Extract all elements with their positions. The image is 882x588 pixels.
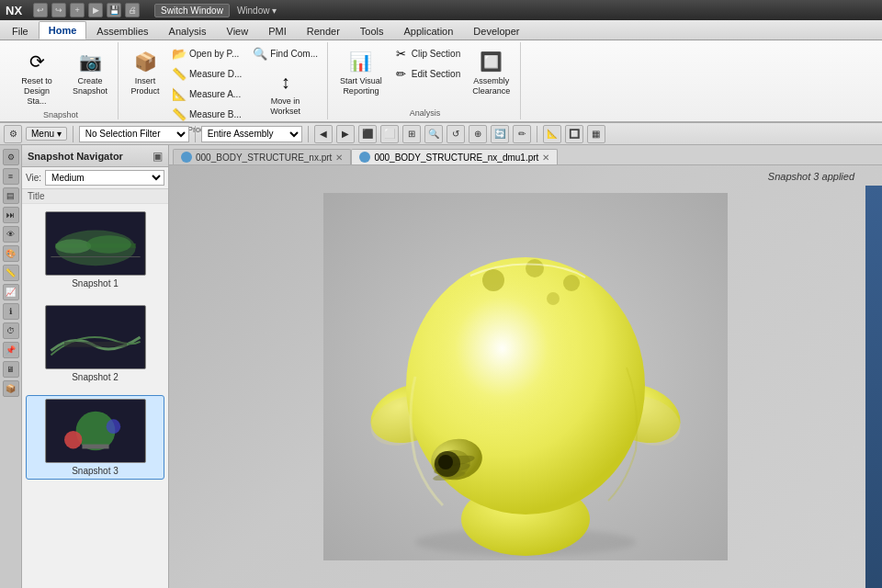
left-icon-graph[interactable]: 📈 [3,284,19,300]
clip-section-button[interactable]: ✂ Clip Section [390,44,464,62]
left-icon-measure[interactable]: 📏 [3,265,19,281]
snapshot-3-label: Snapshot 3 [29,466,161,476]
tab-tools[interactable]: Tools [350,22,394,40]
clip-icon: ✂ [394,46,409,61]
svg-point-3 [55,239,91,254]
title-bar: NX ↩ ↪ + ▶ 💾 🖨 Switch Window Window ▾ [0,0,882,20]
snapshot-group-label: Snapshot [43,108,78,119]
toolbar-btn-2[interactable]: ▶ [336,125,355,143]
measure-d-label: Measure D... [189,69,242,79]
viewport-tab-1[interactable]: 000_BODY_STRUCTURE_nx.prt ✕ [173,149,351,164]
toolbar-btn-1[interactable]: ◀ [314,125,333,143]
measure-b-button[interactable]: 📏 Measure B... [168,105,245,123]
start-visual-reporting-button[interactable]: 📊 Start VisualReporting [335,44,387,99]
move-in-workset-button[interactable]: ↕ Move inWorkset [249,64,322,119]
left-sidebar-icons: ⚙ ≡ ▤ ⏭ 👁 🎨 📏 📈 ℹ ⏱ 📌 🖥 📦 [0,145,22,588]
toolbar-sep-4 [537,126,537,142]
selection-filter-select[interactable]: No Selection Filter [79,126,189,142]
viewport-tab-2[interactable]: 000_BODY_STRUCTURE_nx_dmu1.prt ✕ [351,149,558,164]
svg-point-11 [106,419,120,434]
snapshot-item-2[interactable]: Snapshot 2 [26,301,164,386]
main-area: ⚙ ≡ ▤ ⏭ 👁 🎨 📏 📈 ℹ ⏱ 📌 🖥 📦 Snapshot Navig… [0,145,882,588]
toolbar-btn-11[interactable]: 📐 [543,125,561,143]
tab-home[interactable]: Home [39,21,87,40]
left-icon-monitor[interactable]: 🖥 [3,361,19,378]
open-by-p-button[interactable]: 📂 Open by P... [168,44,245,62]
assembly-filter-select[interactable]: Entire Assembly [201,126,302,142]
redo-icon[interactable]: ↪ [51,3,66,17]
snapshot-nav-close-button[interactable]: ▣ [153,150,163,163]
ribbon-tabs: File Home Assemblies Analysis View PMI R… [0,20,882,40]
menu-button[interactable]: Menu ▾ [26,127,67,141]
tab-developer[interactable]: Developer [463,22,529,40]
toolbar-btn-5[interactable]: ⊞ [402,125,421,143]
settings-button[interactable]: ⚙ [4,125,22,143]
snapshot-thumb-3 [45,399,146,463]
toolbar-btn-7[interactable]: ↺ [447,125,465,143]
toolbar-sep-2 [195,126,196,142]
toolbar-btn-10[interactable]: ✏ [513,125,531,143]
product-col-1: 📂 Open by P... 📏 Measure D... 📐 Measure … [168,44,245,123]
measure-a-button[interactable]: 📐 Measure A... [168,85,245,103]
snapshot-thumb-1 [45,211,146,276]
left-icon-skip[interactable]: ⏭ [3,207,19,223]
toolbar-btn-13[interactable]: ▦ [587,125,605,143]
window-menu[interactable]: Window ▾ [237,6,277,16]
left-icon-settings[interactable]: ⚙ [3,149,19,165]
switch-window-button[interactable]: Switch Window [154,4,230,17]
analysis-content: 📊 Start VisualReporting ✂ Clip Section ✏… [335,44,514,107]
measure-d-button[interactable]: 📏 Measure D... [168,64,245,83]
toolbar-sep-1 [73,126,74,142]
tab-pmi[interactable]: PMI [258,22,297,40]
snapshot-icon: 📷 [75,47,105,76]
toolbar-btn-4[interactable]: ⬜ [380,125,399,143]
left-icon-info[interactable]: ℹ [3,303,19,320]
toolbar-btn-9[interactable]: 🔄 [491,125,509,143]
viewport-3d[interactable]: Snapshot 3 applied [169,165,882,588]
tab-file[interactable]: File [2,22,39,40]
snapshot-view-row: Vie: Medium Small Large [22,167,168,189]
left-icon-eye[interactable]: 👁 [3,226,19,243]
insert-product-button[interactable]: 📦 InsertProduct [126,44,164,99]
svg-point-4 [86,235,131,253]
product-assemblies-content: 📦 InsertProduct 📂 Open by P... 📏 Measure… [126,44,322,123]
tab-1-close[interactable]: ✕ [335,153,343,163]
snapshot-navigator: Snapshot Navigator ▣ Vie: Medium Small L… [22,145,169,588]
tab-view[interactable]: View [217,22,259,40]
toolbar-btn-8[interactable]: ⊕ [469,125,487,143]
tab-render[interactable]: Render [297,22,350,40]
open-icon[interactable]: ▶ [88,3,103,17]
save-icon[interactable]: 💾 [107,3,121,17]
tab-analysis[interactable]: Analysis [159,22,217,40]
tab-1-icon [181,152,192,163]
find-com-button[interactable]: 🔍 Find Com... [249,44,322,62]
new-icon[interactable]: + [70,3,85,17]
toolbar-btn-3[interactable]: ⬛ [358,125,377,143]
print-icon[interactable]: 🖨 [125,3,140,17]
reset-label: Reset toDesign Sta... [14,76,60,106]
view-select[interactable]: Medium Small Large [45,170,164,186]
left-icon-pin[interactable]: 📌 [3,342,19,358]
snapshot-item-3[interactable]: Snapshot 3 [26,395,164,480]
clip-section-label: Clip Section [412,49,460,59]
edit-section-button[interactable]: ✏ Edit Section [390,64,464,83]
reset-design-state-button[interactable]: ⟳ Reset toDesign Sta... [9,44,64,108]
tab-application[interactable]: Application [394,22,464,40]
snapshot-item-1[interactable]: Snapshot 1 [26,208,164,292]
measure-a-label: Measure A... [189,89,241,99]
left-icon-box[interactable]: 📦 [3,380,19,397]
svg-point-23 [526,259,544,277]
left-icon-palette[interactable]: 🎨 [3,245,19,262]
left-icon-nav[interactable]: ≡ [3,168,19,185]
toolbar-btn-12[interactable]: 🔲 [565,125,583,143]
clearance-label: AssemblyClearance [472,76,510,96]
undo-icon[interactable]: ↩ [33,3,48,17]
left-icon-clock[interactable]: ⏱ [3,322,19,339]
create-snapshot-button[interactable]: 📷 CreateSnapshot [68,44,112,99]
toolbar-btn-6[interactable]: 🔍 [424,125,443,143]
assembly-clearance-button[interactable]: 🔲 AssemblyClearance [468,44,514,99]
tab-assemblies[interactable]: Assemblies [86,22,158,40]
tab-2-close[interactable]: ✕ [542,153,549,163]
ribbon-group-product-assemblies: 📦 InsertProduct 📂 Open by P... 📏 Measure… [120,42,328,119]
left-icon-layers[interactable]: ▤ [3,187,19,204]
